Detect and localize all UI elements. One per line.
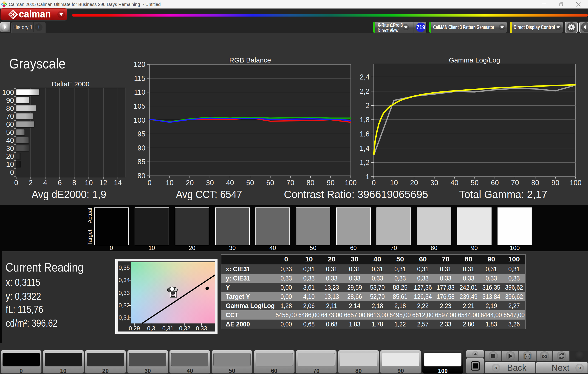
svg-text:60: 60 (491, 179, 499, 187)
svg-text:100: 100 (134, 116, 145, 124)
svg-text:10: 10 (6, 160, 14, 168)
svg-text:0,3: 0,3 (147, 325, 155, 331)
svg-text:0,34: 0,34 (118, 277, 130, 283)
svg-text:20: 20 (186, 179, 194, 187)
svg-text:Contrast Ratio: 396619065695: Contrast Ratio: 396619065695 (284, 188, 428, 200)
svg-text:0,32: 0,32 (179, 325, 190, 331)
svg-text:14: 14 (114, 179, 122, 187)
svg-text:0,35: 0,35 (118, 264, 130, 271)
svg-text:0,29: 0,29 (129, 325, 140, 331)
svg-text:12: 12 (99, 179, 107, 187)
svg-text:50: 50 (471, 179, 478, 187)
svg-text:40: 40 (226, 179, 234, 187)
svg-text:80: 80 (6, 105, 14, 113)
svg-text:60: 60 (6, 120, 14, 128)
svg-text:90: 90 (6, 96, 14, 105)
svg-text:10: 10 (166, 179, 173, 187)
svg-text:1,6: 1,6 (360, 130, 369, 138)
svg-text:70: 70 (511, 179, 519, 187)
svg-text:100: 100 (345, 179, 357, 187)
svg-text:100: 100 (2, 88, 14, 96)
svg-text:105: 105 (134, 102, 145, 110)
svg-text:0,33: 0,33 (196, 325, 207, 331)
svg-text:DeltaE 2000: DeltaE 2000 (52, 80, 89, 88)
svg-text:80: 80 (137, 172, 145, 180)
svg-text:0: 0 (372, 179, 376, 187)
svg-text:10: 10 (85, 179, 93, 187)
svg-text:60: 60 (266, 179, 274, 187)
svg-text:1,2: 1,2 (360, 159, 369, 167)
svg-text:4: 4 (43, 179, 47, 187)
svg-text:0: 0 (10, 168, 14, 176)
svg-text:8: 8 (72, 179, 76, 187)
svg-text:Avg CCT: 6547: Avg CCT: 6547 (176, 188, 242, 200)
svg-text:120: 120 (134, 60, 145, 68)
svg-text:30: 30 (430, 179, 438, 187)
svg-text:110: 110 (134, 88, 145, 96)
svg-text:50: 50 (6, 128, 14, 137)
svg-text:80: 80 (531, 179, 539, 187)
svg-text:50: 50 (246, 179, 254, 187)
svg-text:2,4: 2,4 (360, 73, 369, 81)
svg-text:0: 0 (147, 179, 151, 187)
svg-text:90: 90 (551, 179, 559, 187)
svg-text:70: 70 (6, 112, 14, 120)
svg-text:1: 1 (366, 173, 369, 181)
svg-text:30: 30 (206, 179, 214, 187)
svg-text:0: 0 (14, 179, 18, 187)
svg-text:2: 2 (366, 102, 369, 110)
svg-text:Total Gamma: 2,17: Total Gamma: 2,17 (459, 188, 547, 200)
svg-text:85: 85 (137, 158, 145, 166)
svg-text:Avg dE2000: 1,9: Avg dE2000: 1,9 (32, 188, 106, 200)
svg-text:Gamma Log/Log: Gamma Log/Log (449, 56, 500, 64)
svg-text:115: 115 (134, 75, 145, 83)
svg-text:20: 20 (410, 179, 418, 187)
svg-text:2,2: 2,2 (360, 87, 369, 95)
svg-text:RGB Balance: RGB Balance (229, 56, 271, 64)
svg-text:100: 100 (570, 179, 582, 187)
svg-text:20: 20 (6, 152, 14, 160)
svg-text:6: 6 (58, 179, 62, 187)
svg-text:10: 10 (390, 179, 398, 187)
svg-text:1,8: 1,8 (360, 116, 369, 124)
svg-text:0,32: 0,32 (118, 302, 130, 309)
svg-text:1,4: 1,4 (360, 144, 369, 152)
svg-text:95: 95 (137, 130, 145, 138)
svg-text:90: 90 (137, 144, 145, 152)
svg-text:90: 90 (327, 179, 335, 187)
svg-text:0,33: 0,33 (118, 290, 130, 296)
svg-text:80: 80 (307, 179, 315, 187)
svg-text:0,31: 0,31 (118, 314, 130, 321)
svg-text:2: 2 (29, 179, 33, 187)
svg-text:40: 40 (6, 137, 14, 145)
svg-text:0,31: 0,31 (162, 325, 174, 331)
svg-text:30: 30 (6, 145, 14, 152)
svg-text:70: 70 (286, 179, 294, 187)
svg-text:40: 40 (451, 179, 458, 187)
